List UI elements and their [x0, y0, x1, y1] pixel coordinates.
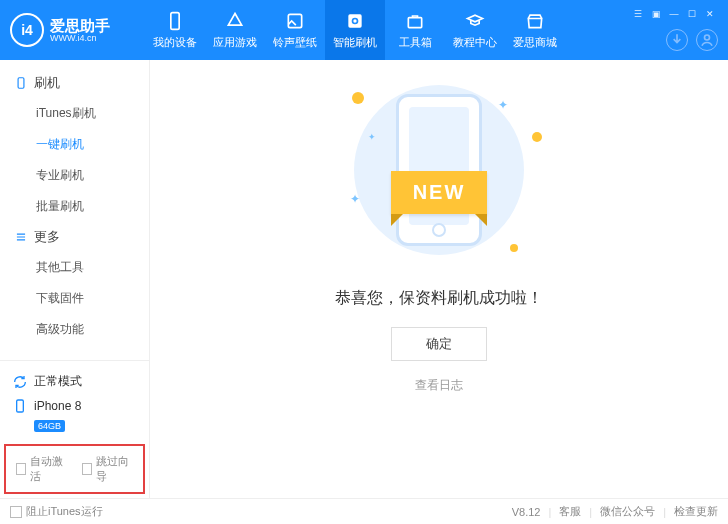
nav-label: 我的设备: [153, 35, 197, 50]
checkbox-label: 自动激活: [30, 454, 67, 484]
menu-icon[interactable]: ☰: [632, 9, 644, 19]
sidebar-section-more: 更多: [0, 222, 149, 252]
check-update-link[interactable]: 检查更新: [674, 504, 718, 519]
ok-button[interactable]: 确定: [391, 327, 487, 361]
app-header: i4 爱思助手 WWW.i4.cn 我的设备 应用游戏 铃声壁纸 智能刷机 工具…: [0, 0, 728, 60]
nav-apps[interactable]: 应用游戏: [205, 0, 265, 60]
logo: i4 爱思助手 WWW.i4.cn: [10, 13, 145, 47]
wechat-link[interactable]: 微信公众号: [600, 504, 655, 519]
logo-title: 爱思助手: [50, 18, 110, 33]
checkbox-label: 跳过向导: [96, 454, 133, 484]
svg-rect-3: [408, 17, 421, 27]
svg-rect-0: [171, 12, 179, 29]
nav-label: 工具箱: [399, 35, 432, 50]
new-banner: NEW: [391, 171, 488, 214]
apps-icon: [225, 11, 245, 31]
sidebar-item-oneclick-flash[interactable]: 一键刷机: [0, 129, 149, 160]
briefcase-icon: [405, 11, 425, 31]
svg-rect-1: [288, 14, 301, 27]
image-icon: [285, 11, 305, 31]
device-model[interactable]: iPhone 8: [12, 394, 137, 418]
logo-mark: i4: [10, 13, 44, 47]
nav-shop[interactable]: 爱思商城: [505, 0, 565, 60]
options-box: 自动激活 跳过向导: [4, 444, 145, 494]
svg-point-4: [705, 35, 710, 40]
skin-icon[interactable]: ▣: [650, 9, 662, 19]
sidebar-item-other-tools[interactable]: 其他工具: [0, 252, 149, 283]
sidebar: 刷机 iTunes刷机 一键刷机 专业刷机 批量刷机 更多 其他工具 下载固件 …: [0, 60, 150, 498]
sync-icon: [12, 374, 28, 390]
nav-label: 应用游戏: [213, 35, 257, 50]
auto-activate-checkbox[interactable]: 自动激活: [16, 454, 68, 484]
graduation-icon: [465, 11, 485, 31]
sidebar-section-flash: 刷机: [0, 68, 149, 98]
block-itunes-checkbox[interactable]: 阻止iTunes运行: [10, 504, 103, 519]
device-panel: 正常模式 iPhone 8 64GB: [0, 361, 149, 440]
top-nav: 我的设备 应用游戏 铃声壁纸 智能刷机 工具箱 教程中心 爱思商城: [145, 0, 632, 60]
checkbox-label: 阻止iTunes运行: [26, 504, 103, 519]
success-message: 恭喜您，保资料刷机成功啦！: [335, 288, 543, 309]
version-label: V8.12: [512, 506, 541, 518]
sidebar-item-pro-flash[interactable]: 专业刷机: [0, 160, 149, 191]
svg-rect-5: [18, 78, 24, 89]
sidebar-item-download-firmware[interactable]: 下载固件: [0, 283, 149, 314]
maximize-icon[interactable]: ☐: [686, 9, 698, 19]
device-mode[interactable]: 正常模式: [12, 369, 137, 394]
download-button[interactable]: [666, 29, 688, 51]
nav-toolbox[interactable]: 工具箱: [385, 0, 445, 60]
phone-icon: [165, 11, 185, 31]
support-link[interactable]: 客服: [559, 504, 581, 519]
sidebar-item-itunes-flash[interactable]: iTunes刷机: [0, 98, 149, 129]
statusbar: 阻止iTunes运行 V8.12 | 客服 | 微信公众号 | 检查更新: [0, 498, 728, 524]
section-title: 刷机: [34, 74, 60, 92]
section-title: 更多: [34, 228, 60, 246]
user-button[interactable]: [696, 29, 718, 51]
svg-rect-2: [348, 14, 361, 27]
logo-subtitle: WWW.i4.cn: [50, 33, 110, 43]
nav-my-device[interactable]: 我的设备: [145, 0, 205, 60]
view-log-link[interactable]: 查看日志: [415, 377, 463, 394]
model-label: iPhone 8: [34, 399, 81, 413]
nav-label: 爱思商城: [513, 35, 557, 50]
content-area: ✦ ✦ ✦ NEW 恭喜您，保资料刷机成功啦！ 确定 查看日志: [150, 60, 728, 498]
mode-label: 正常模式: [34, 373, 82, 390]
storage-badge: 64GB: [34, 420, 65, 432]
close-icon[interactable]: ✕: [704, 9, 716, 19]
window-controls: ☰ ▣ — ☐ ✕: [632, 9, 716, 19]
refresh-icon: [345, 11, 365, 31]
phone-icon: [14, 76, 28, 90]
sidebar-item-advanced[interactable]: 高级功能: [0, 314, 149, 345]
nav-label: 智能刷机: [333, 35, 377, 50]
svg-rect-6: [17, 400, 24, 412]
nav-tutorials[interactable]: 教程中心: [445, 0, 505, 60]
minimize-icon[interactable]: —: [668, 9, 680, 19]
sidebar-item-batch-flash[interactable]: 批量刷机: [0, 191, 149, 222]
nav-ringtones[interactable]: 铃声壁纸: [265, 0, 325, 60]
list-icon: [14, 230, 28, 244]
phone-icon: [12, 398, 28, 414]
skip-guide-checkbox[interactable]: 跳过向导: [82, 454, 134, 484]
nav-flash[interactable]: 智能刷机: [325, 0, 385, 60]
shop-icon: [525, 11, 545, 31]
nav-label: 铃声壁纸: [273, 35, 317, 50]
nav-label: 教程中心: [453, 35, 497, 50]
success-illustration: ✦ ✦ ✦ NEW: [324, 80, 554, 260]
